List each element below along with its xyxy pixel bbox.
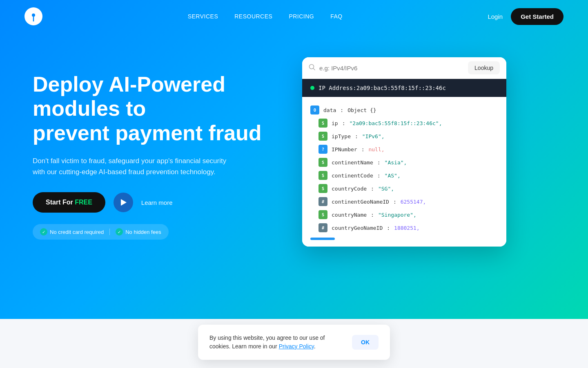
play-icon [121, 199, 127, 206]
badge-no-fees: ✓ No hidden fees [116, 228, 161, 236]
api-row-iptype: S ipType : "IPv6", [310, 130, 498, 143]
api-row-countrygeonameid: # countryGeoNameID : 1880251, [310, 221, 498, 234]
nav-links: SERVICES RESOURCES PRICING FAQ [188, 13, 343, 20]
hero-badges: ✓ No credit card required ✓ No hidden fe… [33, 224, 169, 240]
badge-no-cc-label: No credit card required [50, 229, 104, 235]
login-button[interactable]: Login [488, 13, 503, 20]
type-badge-s-continentcode: S [318, 171, 327, 180]
api-val-data: Object {} [347, 107, 376, 113]
start-free-button[interactable]: Start For FREE [33, 192, 105, 213]
api-val-continentcode: "AS", [385, 173, 401, 179]
api-search-input[interactable] [319, 65, 464, 72]
check-icon-1: ✓ [40, 228, 47, 236]
svg-point-1 [32, 13, 35, 17]
api-row-ipnumber: ? IPNumber : null, [310, 143, 498, 156]
cookie-text: By using this website, you agree to our … [209, 334, 344, 351]
status-dot [310, 86, 314, 90]
badge-divider [109, 229, 110, 235]
type-badge-o: O [310, 105, 319, 114]
navbar: SERVICES RESOURCES PRICING FAQ Login Get… [0, 0, 588, 33]
hero-actions: Start For FREE Learn more [33, 192, 278, 213]
check-icon-2: ✓ [116, 228, 123, 236]
api-response-body: O data : Object {} S ip : "2a09:bac5:55f… [302, 97, 506, 247]
badge-no-cc: ✓ No credit card required [40, 228, 104, 236]
free-label: FREE [75, 199, 92, 206]
type-badge-s-countrycode: S [318, 184, 327, 193]
logo-icon [24, 7, 42, 25]
api-val-continentgeonameid: 6255147, [401, 199, 426, 205]
nav-pricing[interactable]: PRICING [289, 13, 314, 20]
api-val-countryname: "Singapore", [378, 212, 416, 218]
api-val-ip: "2a09:bac5:55f8:15f::23:46c", [349, 120, 442, 126]
lookup-button[interactable]: Lookup [468, 61, 500, 74]
type-badge-s-iptype: S [318, 132, 327, 141]
nav-faq[interactable]: FAQ [330, 13, 343, 20]
svg-point-2 [33, 20, 34, 22]
start-label: Start For [46, 199, 75, 206]
cookie-ok-button[interactable]: OK [352, 335, 379, 350]
logo[interactable] [24, 7, 42, 25]
hero-section: Deploy AI-Powered modules to prevent pay… [0, 33, 588, 263]
api-val-iptype: "IPv6", [362, 133, 385, 139]
nav-services[interactable]: SERVICES [188, 13, 218, 20]
api-ip-label: IP Address:2a09:bac5:55f8:15f::23:46c [318, 85, 446, 91]
api-val-continentname: "Asia", [385, 159, 407, 166]
api-row-ip: S ip : "2a09:bac5:55f8:15f::23:46c", [310, 117, 498, 130]
api-demo-widget: Lookup IP Address:2a09:bac5:55f8:15f::23… [302, 57, 506, 247]
svg-line-4 [313, 68, 315, 70]
api-row-countryname: S countryName : "Singapore", [310, 208, 498, 221]
nav-resources[interactable]: RESOURCES [234, 13, 272, 20]
api-row-countrycode: S countryCode : "SG", [310, 182, 498, 195]
api-key-data: data [323, 107, 336, 113]
api-val-countrygeonameid: 1880251, [394, 225, 420, 231]
hero-subtitle: Don't fall victim to fraud, safeguard yo… [33, 155, 229, 177]
scroll-indicator [310, 238, 335, 240]
api-val-countrycode: "SG", [378, 186, 394, 192]
type-badge-hash-2: # [318, 223, 327, 232]
api-row-continentcode: S continentCode : "AS", [310, 169, 498, 182]
type-badge-s-ip: S [318, 119, 327, 128]
badge-no-fees-label: No hidden fees [125, 229, 161, 235]
api-row-continentgeonameid: # continentGeoNameID : 6255147, [310, 195, 498, 208]
play-button[interactable] [114, 193, 133, 212]
api-row-continentname: S continentName : "Asia", [310, 156, 498, 169]
nav-actions: Login Get Started [488, 8, 564, 25]
hero-content: Deploy AI-Powered modules to prevent pay… [33, 72, 278, 240]
privacy-policy-link[interactable]: Privacy Policy [279, 343, 314, 350]
api-search-bar: Lookup [302, 57, 506, 79]
api-val-ipnumber: null, [368, 146, 384, 153]
cookie-banner: By using this website, you agree to our … [198, 325, 390, 360]
type-badge-s-countryname: S [318, 210, 327, 219]
api-response-header: IP Address:2a09:bac5:55f8:15f::23:46c [302, 79, 506, 97]
type-badge-hash-1: # [318, 197, 327, 206]
api-card: Lookup IP Address:2a09:bac5:55f8:15f::23… [302, 57, 506, 247]
type-badge-q: ? [318, 145, 327, 154]
get-started-button[interactable]: Get Started [511, 8, 564, 25]
type-badge-s-continentname: S [318, 158, 327, 167]
search-icon [309, 64, 315, 72]
hero-title: Deploy AI-Powered modules to prevent pay… [33, 72, 278, 146]
learn-more-button[interactable]: Learn more [141, 199, 173, 206]
api-row-data: O data : Object {} [310, 103, 498, 117]
